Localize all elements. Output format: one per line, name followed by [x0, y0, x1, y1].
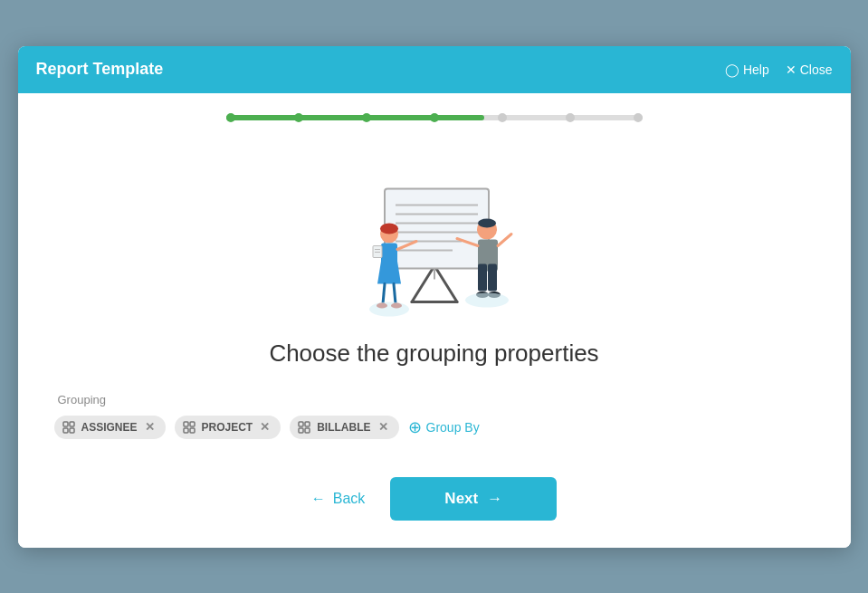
add-group-by-button[interactable]: ⊕ Group By: [408, 417, 480, 437]
svg-rect-25: [488, 263, 497, 291]
tag-billable-label: BILLABLE: [317, 421, 370, 434]
help-circle-icon: ◯: [725, 62, 739, 77]
svg-rect-3: [385, 188, 489, 268]
svg-point-30: [465, 292, 509, 307]
modal-header: Report Template ◯ Help ✕ Close: [18, 46, 851, 93]
svg-marker-14: [377, 261, 401, 283]
grouping-section: Grouping ASSIGNEE ✕: [54, 393, 815, 439]
progress-dot-2: [294, 113, 303, 122]
svg-rect-40: [184, 428, 188, 433]
back-button[interactable]: Back: [311, 491, 366, 507]
svg-rect-35: [70, 422, 74, 426]
progress-dot-3: [362, 113, 371, 122]
header-actions: ◯ Help ✕ Close: [725, 62, 833, 77]
progress-dot-4: [430, 113, 439, 122]
svg-point-20: [369, 301, 409, 316]
progress-dot-7: [634, 113, 643, 122]
svg-point-22: [478, 218, 496, 227]
plus-circle-icon: ⊕: [408, 417, 422, 437]
tag-project-close[interactable]: ✕: [260, 420, 270, 434]
close-button[interactable]: ✕ Close: [786, 62, 833, 77]
tag-project: PROJECT ✕: [175, 416, 281, 439]
project-tag-icon: [182, 420, 196, 435]
footer-buttons: Back Next: [54, 468, 815, 521]
next-arrow-icon: [487, 490, 502, 508]
svg-line-0: [412, 265, 434, 301]
svg-line-17: [394, 283, 396, 303]
modal-title: Report Template: [36, 60, 164, 79]
presentation-illustration: [344, 146, 525, 318]
billable-tag-icon: [297, 420, 311, 435]
svg-point-12: [380, 223, 398, 234]
close-icon: ✕: [786, 62, 796, 77]
grouping-label: Grouping: [54, 393, 815, 406]
svg-rect-24: [478, 263, 487, 291]
svg-line-27: [498, 234, 511, 245]
tag-project-label: PROJECT: [202, 421, 253, 434]
svg-rect-39: [190, 422, 195, 426]
svg-rect-34: [63, 422, 68, 426]
report-template-modal: Report Template ◯ Help ✕ Close: [18, 46, 851, 548]
svg-rect-42: [299, 422, 303, 426]
svg-rect-36: [63, 428, 68, 433]
progress-dot-1: [226, 113, 235, 122]
svg-rect-43: [305, 422, 310, 426]
svg-rect-44: [299, 428, 303, 433]
svg-line-1: [434, 265, 457, 301]
progress-dot-5: [498, 113, 507, 122]
back-arrow-icon: [311, 491, 326, 507]
progress-dots: [226, 113, 643, 122]
illustration: [54, 146, 815, 318]
progress-bar-container: [54, 115, 815, 120]
svg-rect-41: [190, 428, 195, 433]
svg-rect-37: [70, 428, 74, 433]
svg-rect-45: [305, 428, 310, 433]
modal-body: Choose the grouping properties Grouping: [18, 93, 851, 548]
progress-track: [226, 115, 643, 120]
tag-assignee: ASSIGNEE ✕: [54, 416, 166, 439]
svg-rect-38: [184, 422, 188, 426]
help-button[interactable]: ◯ Help: [725, 62, 769, 77]
progress-dot-6: [566, 113, 575, 122]
tag-billable: BILLABLE ✕: [290, 416, 398, 439]
assignee-tag-icon: [62, 420, 76, 435]
tag-billable-close[interactable]: ✕: [378, 420, 388, 434]
tag-assignee-close[interactable]: ✕: [145, 420, 155, 434]
next-button[interactable]: Next: [390, 477, 557, 521]
grouping-tags: ASSIGNEE ✕ PROJECT: [54, 416, 815, 439]
svg-line-16: [383, 283, 385, 303]
grouping-heading: Choose the grouping properties: [54, 340, 815, 368]
tag-assignee-label: ASSIGNEE: [81, 421, 138, 434]
